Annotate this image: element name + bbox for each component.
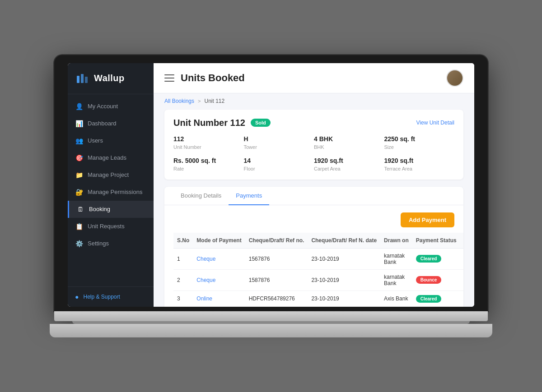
table-column-header: Cheque/Draft/ Ref N. date <box>308 233 380 249</box>
sold-badge: Sold <box>251 119 271 127</box>
sidebar: Wallup 👤 My Account 📊 Dashboard 👥 Users … <box>68 63 154 307</box>
unit-details-grid: 112 Unit Number H Tower 4 BHK BHK 2250 s… <box>173 135 454 171</box>
sidebar-item-label: Users <box>88 137 103 144</box>
table-body: 1Cheque156787623-10-2019karnatak BankCle… <box>173 248 463 307</box>
svg-rect-2 <box>85 77 88 83</box>
detail-value: Rs. 5000 sq. ft <box>173 157 244 164</box>
sidebar-item-users[interactable]: 👥 Users <box>68 132 154 149</box>
svg-rect-0 <box>77 76 79 83</box>
detail-value: 4 BHK <box>314 135 384 143</box>
detail-label: Rate <box>173 166 244 171</box>
cell-ref-date: 23-10-2019 <box>308 291 380 307</box>
sidebar-logo: Wallup <box>68 63 154 94</box>
breadcrumb: All Bookings > Unit 112 <box>164 93 463 110</box>
unit-detail-item: 1920 sq.ft Carpet Area <box>314 157 384 171</box>
unit-detail-item: 14 Floor <box>244 157 314 171</box>
payment-mode-link[interactable]: Cheque <box>196 256 215 262</box>
my-account-icon: 👤 <box>75 102 83 111</box>
unit-detail-item: 2250 sq. ft Size <box>384 135 455 150</box>
cell-status: Bounce <box>412 269 460 291</box>
cell-mode: Cheque <box>193 269 245 291</box>
cell-sno: 2 <box>173 269 193 291</box>
unit-detail-item: Rs. 5000 sq. ft Rate <box>173 157 244 171</box>
detail-label: Carpet Area <box>314 166 384 171</box>
view-detail-link[interactable]: View Unit Detail <box>416 120 454 126</box>
detail-value: 1920 sq.ft <box>314 157 384 164</box>
users-icon: 👥 <box>75 137 83 145</box>
booking-icon: 🗓 <box>76 205 84 213</box>
topbar-left: Units Booked <box>164 72 245 84</box>
help-label: Help & Support <box>83 294 120 300</box>
svg-rect-1 <box>81 74 84 83</box>
sidebar-item-manage-leads[interactable]: 🎯 Manage Leads <box>68 149 154 166</box>
cell-status: Cleared <box>412 248 460 269</box>
payment-mode-link[interactable]: Cheque <box>196 277 215 283</box>
table-column-header: S.No <box>173 233 193 249</box>
cell-clear-date: 23-10-2019 <box>460 269 463 291</box>
sidebar-item-label: My Account <box>88 103 118 110</box>
manage-project-icon: 📁 <box>75 171 83 179</box>
cell-ref-no: 1587876 <box>245 269 308 291</box>
sidebar-item-dashboard[interactable]: 📊 Dashboard <box>68 115 154 132</box>
avatar[interactable] <box>446 69 463 87</box>
payment-mode-link[interactable]: Online <box>196 295 212 302</box>
tab-booking-details[interactable]: Booking Details <box>173 187 229 205</box>
cell-clear-date: 23-10-2019 <box>460 248 463 269</box>
cell-ref-date: 23-10-2019 <box>308 248 380 269</box>
status-badge: Bounce <box>416 276 442 284</box>
status-badge: Cleared <box>416 255 442 263</box>
breadcrumb-sep: > <box>198 98 201 104</box>
dashboard-icon: 📊 <box>75 120 83 128</box>
sidebar-item-my-account[interactable]: 👤 My Account <box>68 98 154 115</box>
manage-leads-icon: 🎯 <box>75 154 83 162</box>
tab-payments[interactable]: Payments <box>229 187 269 205</box>
cell-ref-no: HDFCR564789276 <box>245 291 308 307</box>
hamburger-button[interactable] <box>164 74 174 82</box>
table-header: S.NoMode of PaymentCheque/Draft/ Ref no.… <box>173 233 463 249</box>
sidebar-item-booking[interactable]: 🗓 Booking <box>68 201 154 218</box>
sidebar-item-label: Manage Project <box>88 171 129 178</box>
tab-content: Add Payment S.NoMode of PaymentCheque/Dr… <box>164 205 463 307</box>
breadcrumb-current: Unit 112 <box>204 98 224 104</box>
cell-drawn-on: Axis Bank <box>380 291 412 307</box>
unit-detail-item: H Tower <box>244 135 314 150</box>
detail-label: Terrace Area <box>384 166 455 171</box>
sidebar-item-settings[interactable]: ⚙️ Settings <box>68 235 154 252</box>
sidebar-item-label: Manage Permissions <box>88 189 142 195</box>
detail-value: 112 <box>173 135 244 143</box>
status-badge: Cleared <box>416 295 442 303</box>
content-area: All Bookings > Unit 112 Unit Number 112 … <box>154 93 474 307</box>
detail-label: Tower <box>244 144 314 150</box>
table-row: 2Cheque158787623-10-2019karnatak BankBou… <box>173 269 463 291</box>
page-title: Units Booked <box>181 72 245 84</box>
sidebar-item-unit-requests[interactable]: 📋 Unit Requests <box>68 218 154 235</box>
unit-title-row: Unit Number 112 Sold <box>173 118 271 128</box>
sidebar-item-label: Dashboard <box>88 120 117 127</box>
sidebar-item-manage-project[interactable]: 📁 Manage Project <box>68 166 154 184</box>
cell-ref-no: 1567876 <box>245 248 308 269</box>
detail-label: Floor <box>244 166 314 171</box>
unit-detail-item: 1920 sq.ft Terrace Area <box>384 157 455 171</box>
detail-label: Unit Number <box>173 144 244 150</box>
tabs: Booking DetailsPayments <box>164 187 463 205</box>
add-payment-button[interactable]: Add Payment <box>401 212 454 227</box>
booking-card: Booking DetailsPayments Add Payment S.No… <box>164 187 463 307</box>
payment-table: S.NoMode of PaymentCheque/Draft/ Ref no.… <box>173 233 463 307</box>
sidebar-item-manage-permissions[interactable]: 🔐 Manage Permissions <box>68 184 154 201</box>
manage-permissions-icon: 🔐 <box>75 188 83 196</box>
unit-detail-item: 112 Unit Number <box>173 135 244 150</box>
topbar: Units Booked <box>154 63 474 93</box>
table-row: 3OnlineHDFCR56478927623-10-2019Axis Bank… <box>173 291 463 307</box>
main-content: Units Booked All Bookings > Unit 112 <box>154 63 474 307</box>
cell-mode: Cheque <box>193 248 245 269</box>
cell-status: Cleared <box>412 291 460 307</box>
logo-icon <box>75 71 89 86</box>
cell-sno: 1 <box>173 248 193 269</box>
breadcrumb-parent[interactable]: All Bookings <box>164 98 194 104</box>
table-column-header: Mode of Payment <box>193 233 245 249</box>
help-support-item[interactable]: ● Help & Support <box>75 293 146 300</box>
cell-drawn-on: karnatak Bank <box>380 269 412 291</box>
cell-mode: Online <box>193 291 245 307</box>
app-name: Wallup <box>94 73 125 83</box>
unit-header: Unit Number 112 Sold View Unit Detail <box>173 118 454 128</box>
